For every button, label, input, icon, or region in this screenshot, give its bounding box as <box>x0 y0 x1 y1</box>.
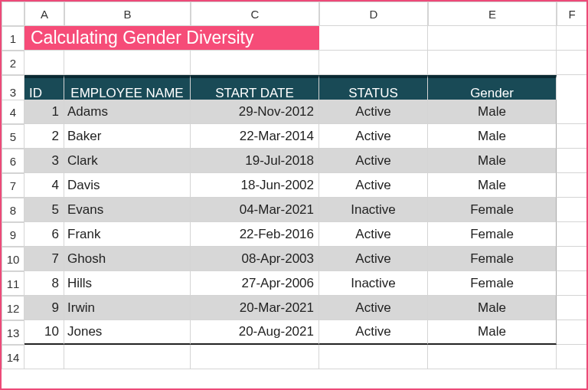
cell-F11[interactable] <box>557 271 587 296</box>
cell-C14[interactable] <box>191 345 319 369</box>
cell-date[interactable]: 20-Mar-2021 <box>191 296 319 320</box>
cell-date[interactable]: 20-Aug-2021 <box>191 320 319 345</box>
row-header-12[interactable]: 12 <box>2 296 24 320</box>
row-header-9[interactable]: 9 <box>2 222 24 247</box>
cell-name[interactable]: Baker <box>64 124 191 149</box>
cell-gender[interactable]: Female <box>428 271 557 296</box>
cell-id[interactable]: 6 <box>24 222 64 247</box>
cell-id[interactable]: 2 <box>24 124 64 149</box>
cell-F2[interactable] <box>557 51 587 75</box>
cell-id[interactable]: 4 <box>24 173 64 198</box>
row-header-2[interactable]: 2 <box>2 51 24 75</box>
col-header-B[interactable]: B <box>64 2 191 26</box>
cell-D1[interactable] <box>319 26 428 51</box>
cell-F9[interactable] <box>557 222 587 247</box>
cell-status[interactable]: Active <box>319 100 428 124</box>
cell-date[interactable]: 19-Jul-2018 <box>191 149 319 173</box>
cell-D14[interactable] <box>319 345 428 369</box>
cell-D2[interactable] <box>319 51 428 75</box>
row-header-7[interactable]: 7 <box>2 173 24 198</box>
cell-C2[interactable] <box>191 51 319 75</box>
cell-gender[interactable]: Male <box>428 296 557 320</box>
row-header-14[interactable]: 14 <box>2 345 24 369</box>
cell-A2[interactable] <box>24 51 64 75</box>
cell-gender[interactable]: Female <box>428 198 557 222</box>
cell-name[interactable]: Ghosh <box>64 247 191 271</box>
cell-F14[interactable] <box>557 345 587 369</box>
cell-status[interactable]: Active <box>319 173 428 198</box>
cell-id[interactable]: 7 <box>24 247 64 271</box>
col-header-E[interactable]: E <box>428 2 557 26</box>
row-header-10[interactable]: 10 <box>2 247 24 271</box>
cell-name[interactable]: Jones <box>64 320 191 345</box>
cell-status[interactable]: Inactive <box>319 271 428 296</box>
cell-F5[interactable] <box>557 124 587 149</box>
cell-F1[interactable] <box>557 26 587 51</box>
cell-id[interactable]: 5 <box>24 198 64 222</box>
spreadsheet[interactable]: A B C D E F 1 Calculating Gender Diversi… <box>2 2 586 388</box>
col-header-F[interactable]: F <box>557 2 587 26</box>
cell-gender[interactable]: Female <box>428 222 557 247</box>
cell-B14[interactable] <box>64 345 191 369</box>
cell-gender[interactable]: Male <box>428 124 557 149</box>
col-header-A[interactable]: A <box>24 2 64 26</box>
cell-name[interactable]: Irwin <box>64 296 191 320</box>
cell-name[interactable]: Adams <box>64 100 191 124</box>
row-header-6[interactable]: 6 <box>2 149 24 173</box>
cell-date[interactable]: 18-Jun-2002 <box>191 173 319 198</box>
cell-F12[interactable] <box>557 296 587 320</box>
cell-name[interactable]: Davis <box>64 173 191 198</box>
cell-gender[interactable]: Male <box>428 320 557 345</box>
cell-E1[interactable] <box>428 26 557 51</box>
row-header-5[interactable]: 5 <box>2 124 24 149</box>
cell-date[interactable]: 08-Apr-2003 <box>191 247 319 271</box>
cell-A14[interactable] <box>24 345 64 369</box>
cell-gender[interactable]: Male <box>428 149 557 173</box>
cell-status[interactable]: Active <box>319 247 428 271</box>
cell-date[interactable]: 04-Mar-2021 <box>191 198 319 222</box>
cell-name[interactable]: Frank <box>64 222 191 247</box>
cell-date[interactable]: 29-Nov-2012 <box>191 100 319 124</box>
cell-F6[interactable] <box>557 149 587 173</box>
cell-date[interactable]: 22-Mar-2014 <box>191 124 319 149</box>
row-header-4[interactable]: 4 <box>2 100 24 124</box>
col-header-D[interactable]: D <box>319 2 428 26</box>
cell-gender[interactable]: Male <box>428 100 557 124</box>
select-all-corner[interactable] <box>2 2 24 26</box>
cell-F13[interactable] <box>557 320 587 345</box>
cell-status[interactable]: Active <box>319 124 428 149</box>
cell-id[interactable]: 1 <box>24 100 64 124</box>
cell-status[interactable]: Active <box>319 222 428 247</box>
row-header-11[interactable]: 11 <box>2 271 24 296</box>
cell-name[interactable]: Hills <box>64 271 191 296</box>
cell-status[interactable]: Active <box>319 296 428 320</box>
cell-B2[interactable] <box>64 51 191 75</box>
cell-F10[interactable] <box>557 247 587 271</box>
row-header-1[interactable]: 1 <box>2 26 24 51</box>
col-header-C[interactable]: C <box>191 2 319 26</box>
cell-F7[interactable] <box>557 173 587 198</box>
cell-name[interactable]: Clark <box>64 149 191 173</box>
cell-gender[interactable]: Female <box>428 247 557 271</box>
row-header-8[interactable]: 8 <box>2 198 24 222</box>
cell-gender[interactable]: Male <box>428 173 557 198</box>
cell-date[interactable]: 27-Apr-2006 <box>191 271 319 296</box>
cell-status[interactable]: Active <box>319 149 428 173</box>
cell-id[interactable]: 8 <box>24 271 64 296</box>
row-header-13[interactable]: 13 <box>2 320 24 345</box>
cell-F4[interactable] <box>557 100 587 124</box>
cell-status[interactable]: Inactive <box>319 198 428 222</box>
cell-date[interactable]: 22-Feb-2016 <box>191 222 319 247</box>
cell-id[interactable]: 10 <box>24 320 64 345</box>
cell-E2[interactable] <box>428 51 557 75</box>
cell-status[interactable]: Active <box>319 320 428 345</box>
cell-id[interactable]: 9 <box>24 296 64 320</box>
cell-E14[interactable] <box>428 345 557 369</box>
cell-name[interactable]: Evans <box>64 198 191 222</box>
title-cell[interactable]: Calculating Gender Diversity <box>24 26 319 51</box>
cell-F8[interactable] <box>557 198 587 222</box>
cell-id[interactable]: 3 <box>24 149 64 173</box>
